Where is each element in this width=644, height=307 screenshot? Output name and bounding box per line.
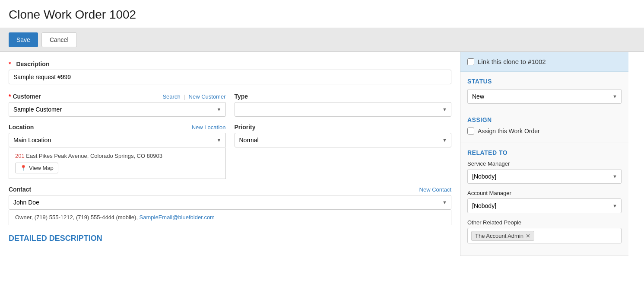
left-panel: * Description * Customer Search | New Cu… — [0, 52, 460, 256]
service-manager-select[interactable]: [Nobody] — [467, 169, 622, 184]
assign-title: ASSIGN — [467, 116, 622, 123]
customer-col: * Customer Search | New Customer Sample … — [9, 93, 226, 117]
assign-row: Assign this Work Order — [467, 128, 622, 134]
customer-actions: Search | New Customer — [162, 93, 225, 100]
account-manager-select[interactable]: [Nobody] — [467, 198, 622, 213]
location-select[interactable]: Main Location — [9, 133, 226, 147]
type-label-row: Type — [235, 93, 452, 100]
status-title: STATUS — [467, 78, 622, 85]
location-select-wrapper: Main Location — [9, 133, 226, 147]
customer-select[interactable]: Sample Customer — [9, 102, 226, 117]
location-info: 201 East Pikes Peak Avenue, Colorado Spr… — [9, 147, 226, 179]
assign-section: ASSIGN Assign this Work Order — [460, 110, 628, 143]
status-select-wrapper: New In Progress Completed Closed — [467, 89, 622, 104]
type-col: Type — [235, 93, 452, 117]
contact-label: Contact — [9, 186, 31, 193]
service-manager-label: Service Manager — [467, 160, 622, 167]
other-related-tag: The Account Admin ✕ — [471, 231, 534, 241]
location-label-row: Location New Location — [9, 124, 226, 131]
location-new-link[interactable]: New Location — [192, 124, 226, 131]
right-panel: Link this clone to #1002 STATUS New In P… — [460, 52, 628, 256]
description-field-group: * Description — [9, 61, 451, 84]
save-button[interactable]: Save — [9, 32, 38, 47]
customer-search-link[interactable]: Search — [162, 93, 180, 100]
account-manager-label: Account Manager — [467, 190, 622, 196]
account-manager-field: Account Manager [Nobody] — [467, 190, 622, 213]
remove-tag-button[interactable]: ✕ — [526, 233, 530, 239]
other-related-tag-input[interactable]: The Account Admin ✕ — [467, 228, 622, 243]
contact-label-row: Contact New Contact — [9, 186, 451, 193]
description-input[interactable] — [9, 70, 451, 84]
contact-field-group: Contact New Contact John Doe Owner, (719… — [9, 186, 451, 225]
toolbar: Save Cancel — [0, 28, 644, 52]
customer-select-wrapper: Sample Customer — [9, 102, 226, 117]
description-label: * Description — [9, 61, 451, 67]
cancel-button[interactable]: Cancel — [41, 32, 77, 47]
customer-label-row: * Customer Search | New Customer — [9, 93, 226, 100]
main-layout: * Description * Customer Search | New Cu… — [0, 52, 644, 256]
service-manager-select-wrapper: [Nobody] — [467, 169, 622, 184]
priority-select-wrapper: Normal Low High Urgent — [235, 133, 452, 147]
customer-type-row: * Customer Search | New Customer Sample … — [9, 93, 451, 117]
service-manager-field: Service Manager [Nobody] — [467, 160, 622, 184]
contact-email-link[interactable]: SampleEmail@bluefolder.com — [140, 214, 215, 221]
contact-info: Owner, (719) 555-1212, (719) 555-4444 (m… — [9, 210, 451, 225]
contact-actions: New Contact — [419, 186, 451, 193]
location-address: 201 East Pikes Peak Avenue, Colorado Spr… — [15, 153, 219, 159]
location-actions: New Location — [192, 124, 226, 131]
contact-select[interactable]: John Doe — [9, 195, 451, 210]
map-pin-icon: 📍 — [20, 165, 27, 171]
related-title: RELATED TO — [467, 149, 622, 156]
customer-label: * Customer — [9, 93, 41, 100]
priority-label: Priority — [235, 124, 256, 131]
type-label: Type — [235, 93, 248, 100]
link-clone-checkbox[interactable] — [467, 58, 474, 65]
status-select[interactable]: New In Progress Completed Closed — [467, 89, 622, 104]
type-select[interactable] — [235, 102, 452, 117]
status-section: STATUS New In Progress Completed Closed — [460, 72, 628, 110]
customer-new-link[interactable]: New Customer — [189, 93, 226, 100]
other-related-label: Other Related People — [467, 219, 622, 226]
view-map-button[interactable]: 📍 View Map — [15, 163, 58, 173]
location-col: Location New Location Main Location 201 … — [9, 124, 226, 179]
priority-col: Priority Normal Low High Urgent — [235, 124, 452, 179]
account-manager-select-wrapper: [Nobody] — [467, 198, 622, 213]
contact-select-wrapper: John Doe — [9, 195, 451, 210]
priority-label-row: Priority — [235, 124, 452, 131]
page-title: Clone Work Order 1002 — [0, 0, 644, 28]
assign-checkbox[interactable] — [467, 128, 474, 134]
type-select-wrapper — [235, 102, 452, 117]
contact-new-link[interactable]: New Contact — [419, 186, 451, 193]
link-clone-label[interactable]: Link this clone to #1002 — [467, 58, 546, 65]
link-clone-section: Link this clone to #1002 — [460, 52, 628, 72]
detailed-description-heading: DETAILED DESCRIPTION — [9, 234, 451, 243]
related-to-section: RELATED TO Service Manager [Nobody] Acco… — [460, 143, 628, 256]
location-label: Location — [9, 124, 34, 131]
required-indicator: * — [9, 61, 11, 67]
priority-select[interactable]: Normal Low High Urgent — [235, 133, 452, 147]
other-related-field: Other Related People The Account Admin ✕ — [467, 219, 622, 243]
location-priority-row: Location New Location Main Location 201 … — [9, 124, 451, 179]
assign-label[interactable]: Assign this Work Order — [478, 128, 540, 134]
